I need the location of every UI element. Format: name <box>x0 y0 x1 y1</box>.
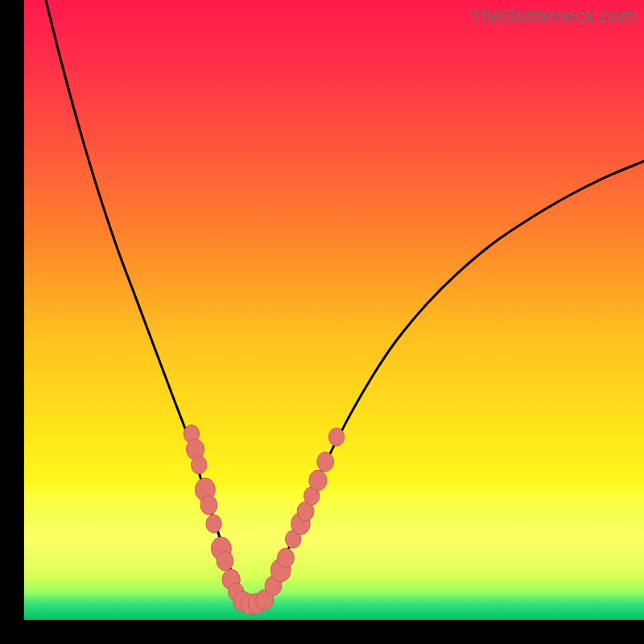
watermark-text: TheBottleneck.com <box>469 5 638 27</box>
marker-point <box>191 456 206 473</box>
bottleneck-curve <box>24 0 644 620</box>
chart-frame: TheBottleneck.com <box>24 0 644 620</box>
marker-point <box>309 470 327 491</box>
marker-point <box>217 551 233 571</box>
marker-point <box>317 452 334 472</box>
marker-point <box>200 496 217 515</box>
marker-point <box>206 514 221 532</box>
marker-point <box>278 548 295 568</box>
marker-point <box>328 428 344 446</box>
plot-area: TheBottleneck.com <box>24 0 644 620</box>
marker-group <box>184 425 345 615</box>
